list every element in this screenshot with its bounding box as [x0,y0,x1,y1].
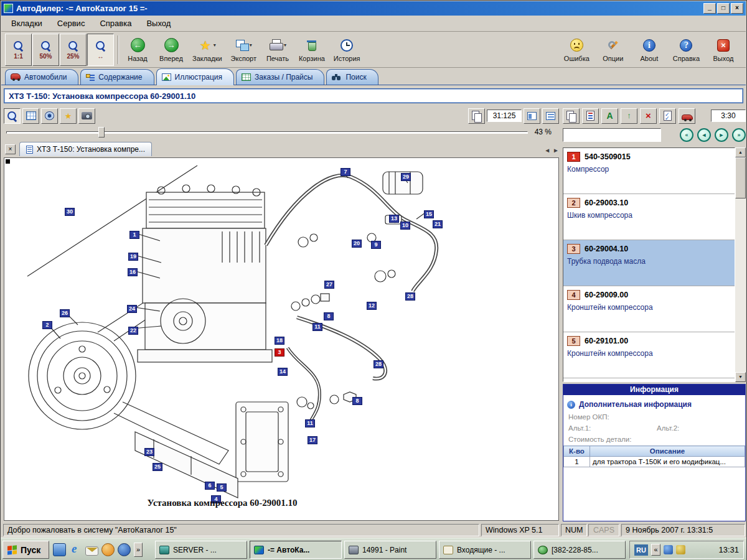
menu-service[interactable]: Сервис [50,16,93,30]
scroll-down-icon[interactable]: ▼ [735,372,746,382]
callout-1[interactable]: 1 [129,231,139,239]
toolbar-back-button[interactable]: Назад [123,34,153,66]
mail-client-icon[interactable] [85,546,98,556]
scrollbar-thumb[interactable] [735,157,746,198]
tab-contents[interactable]: Содержание [80,69,154,85]
callout-9[interactable]: 9 [371,241,381,249]
toolbar-export-button[interactable]: ▾Экспорт [228,34,259,66]
parts-nav-next-button[interactable]: ► [715,128,728,142]
taskbar-button-3[interactable]: 14991 - Paint [344,541,436,559]
window-maximize-button[interactable]: □ [717,3,730,14]
callout-21[interactable]: 21 [433,220,443,228]
callout-23[interactable]: 23 [144,448,154,456]
parts-move-up-button[interactable] [621,108,637,124]
parts-font-button[interactable] [601,108,618,124]
callout-10[interactable]: 10 [400,222,410,230]
taskbar-button-4[interactable]: Входящие - ... [439,541,531,559]
table-row[interactable]: 1 для трактора Т-150К и его модификац... [564,457,745,467]
viewer-snapshot-button[interactable] [78,108,95,124]
tab-search[interactable]: Поиск [326,69,378,85]
callout-6[interactable]: 6 [205,482,215,490]
part-row-5[interactable]: 560-29101.00Кронштейн компрессора [563,332,735,378]
callout-11[interactable]: 11 [312,323,322,331]
toolbar-cart-button[interactable]: Корзина [296,34,327,66]
part-row-3[interactable]: 360-29004.10Трубка подвода масла [563,240,735,286]
internet-explorer-icon[interactable] [69,543,82,556]
callout-27[interactable]: 27 [324,281,334,289]
tray-clock[interactable]: 13:31 [718,545,739,554]
callout-5[interactable]: 5 [217,483,227,492]
callout-28[interactable]: 28 [405,292,415,301]
toolbar-exit-button[interactable]: Выход [708,34,738,66]
parts-nav-last-button[interactable]: » [732,128,746,142]
toolbar-about-button[interactable]: About [634,34,664,66]
antivirus-icon[interactable] [676,545,685,554]
doc-tab-prev-icon[interactable]: ◄ [544,147,550,154]
callout-18[interactable]: 18 [275,337,284,345]
menu-help[interactable]: Справка [92,16,139,30]
document-close-button[interactable]: × [5,144,16,154]
callout-8[interactable]: 8 [352,397,362,405]
toolbar-forward-button[interactable]: Вперед [156,34,186,66]
viewer-bookmark-view-button[interactable] [60,108,77,124]
callout-3[interactable]: 3 [275,348,284,357]
callout-15[interactable]: 15 [424,210,434,218]
callout-8[interactable]: 8 [324,312,334,320]
part-row-1[interactable]: 1540-3509015Компрессор [563,148,735,194]
toolbar-zoom-1-1-button[interactable]: 1:1 [5,34,32,66]
media-player-icon[interactable] [101,543,115,556]
parts-search-input[interactable] [563,128,661,142]
taskbar-button-5[interactable]: [382-228-85... [533,541,626,559]
parts-select-list-button[interactable] [659,108,676,124]
parts-vehicle-button[interactable] [679,108,695,124]
toolbar-zoom-25-button[interactable]: 25% [60,34,87,66]
window-minimize-button[interactable]: _ [703,3,716,14]
part-row-2[interactable]: 260-29003.10Шкив компрессора [563,194,735,240]
toolbar-error-button[interactable]: Ошибка [561,34,592,66]
callout-22[interactable]: 22 [128,327,138,335]
toolbar-print-button[interactable]: ▾Печать [263,34,293,66]
parts-nav-first-button[interactable]: « [680,128,693,142]
callout-17[interactable]: 17 [308,436,317,444]
quick-launch-overflow-icon[interactable]: » [134,543,143,557]
zoom-slider-thumb[interactable] [98,127,105,138]
toolbar-zoom-50-button[interactable]: 50% [32,34,59,66]
tab-cars[interactable]: Автомобили [5,69,78,85]
toolbar-zoom-fit-button[interactable]: ↔ [87,34,114,66]
viewer-preview-button[interactable] [41,108,58,124]
viewer-copy-image-button[interactable] [468,108,485,124]
parts-copy-list-button[interactable] [563,108,580,124]
network-status-icon[interactable] [664,545,673,554]
start-button[interactable]: Пуск [2,541,49,559]
callout-30[interactable]: 30 [65,208,75,216]
toolbar-bookmarks-button[interactable]: ▾Закладки [190,34,225,66]
browser-icon[interactable] [118,543,131,556]
callout-24[interactable]: 24 [127,305,137,313]
viewer-pan-mode-button[interactable] [4,108,21,124]
document-tab[interactable]: ХТЗ Т-150: Установка компре... [19,142,152,156]
callout-20[interactable]: 20 [352,240,362,248]
window-close-button[interactable]: × [731,3,743,14]
callout-14[interactable]: 14 [278,368,288,376]
part-row-4[interactable]: 460-29009.00Кронштейн компрессора [563,286,735,332]
toolbar-options-button[interactable]: Опции [598,34,628,66]
callout-26[interactable]: 26 [60,309,70,317]
viewer-thumbnails-button[interactable] [22,108,39,124]
scroll-up-icon[interactable]: ▲ [735,147,746,157]
tray-chevron-icon[interactable]: « [651,544,660,556]
tab-illustration[interactable]: Иллюстрация [156,68,235,85]
callout-25[interactable]: 25 [153,463,162,471]
zoom-slider-track[interactable] [6,131,528,134]
callout-16[interactable]: 16 [128,268,138,276]
parts-remove-button[interactable] [640,108,657,124]
callout-12[interactable]: 12 [367,302,377,310]
doc-tab-next-icon[interactable]: ► [553,147,559,154]
callout-7[interactable]: 7 [341,168,350,176]
menu-tabs[interactable]: Вкладки [4,16,50,30]
language-indicator[interactable]: RU [634,544,648,556]
parts-scrollbar[interactable]: ▲ ▼ [735,147,746,382]
parts-report-button[interactable] [582,108,599,124]
viewer-layout-list-button[interactable] [524,108,540,124]
illustration-canvas[interactable]: 3072915131021120919162728122426821122183… [4,157,559,521]
callout-28[interactable]: 28 [374,360,383,368]
